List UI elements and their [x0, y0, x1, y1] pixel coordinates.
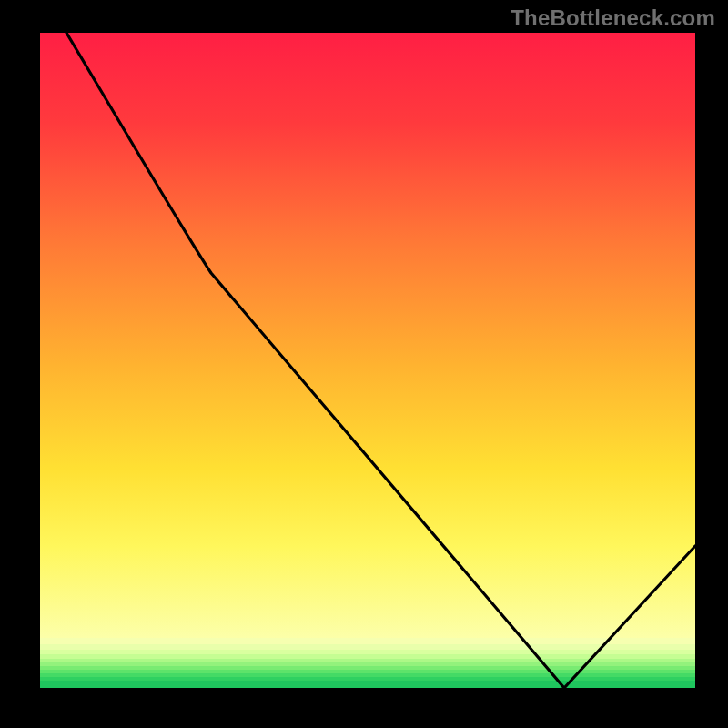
svg-rect-9 — [40, 673, 695, 677]
svg-rect-7 — [40, 666, 695, 670]
svg-rect-8 — [40, 670, 695, 673]
svg-rect-11 — [40, 681, 695, 688]
svg-rect-1 — [40, 638, 695, 644]
svg-rect-6 — [40, 662, 695, 666]
svg-rect-4 — [40, 654, 695, 659]
chart-root: TheBottleneck.com — [0, 0, 728, 728]
gradient-bottom-bands — [40, 638, 695, 688]
watermark-text: TheBottleneck.com — [511, 5, 715, 31]
svg-rect-5 — [40, 659, 695, 662]
gradient-main — [40, 33, 695, 638]
plot-area — [40, 33, 695, 688]
svg-rect-2 — [40, 644, 695, 650]
chart-svg — [0, 0, 728, 728]
svg-rect-10 — [40, 677, 695, 681]
